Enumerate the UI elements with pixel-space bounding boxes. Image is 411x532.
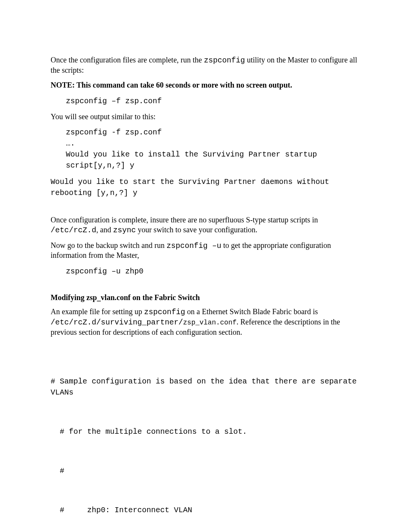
paragraph-output-intro: You will see output similar to this:	[51, 112, 362, 122]
code-inline: /etc/rcZ.d/surviving_partner/	[51, 318, 183, 327]
text: Once the configuration files are complet…	[51, 56, 204, 64]
text: your switch to save your configuration.	[136, 225, 257, 234]
code-block-2: zspconfig -f zsp.conf …. Would you like …	[66, 127, 362, 171]
code-block-2b: Would you like to start the Surviving Pa…	[51, 176, 362, 198]
code-inline: zspconfig	[204, 56, 245, 65]
code-inline: zspconfig	[144, 308, 185, 316]
text: Once configuration is complete, insure t…	[51, 216, 318, 224]
code-inline: zspconfig –u	[166, 241, 221, 250]
code-block-3: zspconfig –u zhp0	[66, 266, 362, 277]
paragraph-post-config: Once configuration is complete, insure t…	[51, 215, 362, 235]
sample-line: # Sample configuration is based on the i…	[51, 376, 362, 398]
sample-config-block: # Sample configuration is based on the i…	[51, 354, 362, 532]
section-heading: Modifying zsp_vlan.conf on the Fabric Sw…	[51, 293, 362, 303]
sample-line: #	[60, 465, 362, 476]
text: An example file for setting up	[51, 307, 144, 316]
sample-line: # zhp0: Interconnect VLAN	[60, 505, 362, 516]
sample-line: # for the multiple connections to a slot…	[60, 426, 362, 437]
note-line: NOTE: This command can take 60 seconds o…	[51, 80, 362, 90]
text: , and	[96, 225, 113, 234]
text: on a Ethernet Switch Blade Fabric board …	[185, 307, 318, 316]
text: Now go to the backup switch and run	[51, 241, 166, 249]
code-inline: zsync	[113, 226, 136, 235]
code-inline-small: zsp_vlan.conf	[183, 319, 236, 326]
code-block-1: zspconfig –f zsp.conf	[66, 96, 362, 107]
code-inline: /etc/rcZ.d	[51, 226, 96, 235]
paragraph-backup-switch: Now go to the backup switch and run zspc…	[51, 241, 362, 260]
document-page: Once the configuration files are complet…	[0, 0, 411, 532]
paragraph-intro: Once the configuration files are complet…	[51, 55, 362, 75]
paragraph-example-file: An example file for setting up zspconfig…	[51, 307, 362, 337]
